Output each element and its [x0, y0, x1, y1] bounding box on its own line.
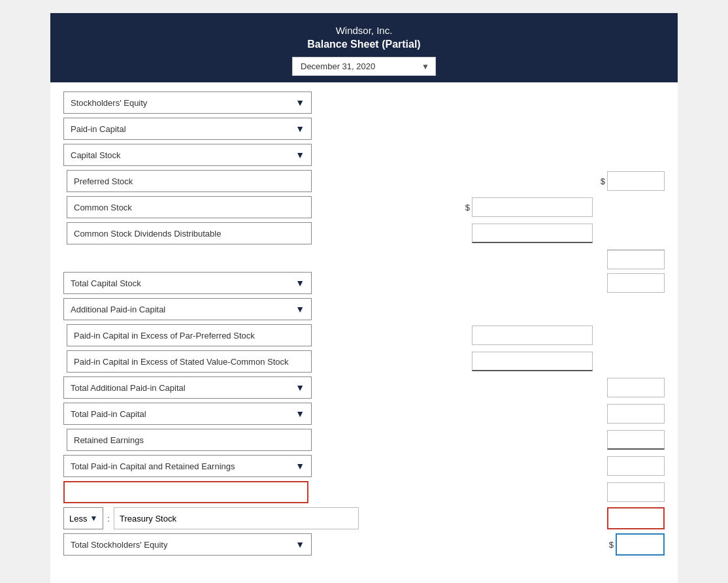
chevron-down-icon: ▼ — [295, 278, 305, 288]
chevron-down-icon: ▼ — [295, 124, 305, 134]
row-preferred-stock: Preferred Stock $ — [63, 170, 665, 192]
row-capital-stock: Capital Stock ▼ — [63, 144, 665, 166]
row-paid-in-capital: Paid-in Capital ▼ — [63, 118, 665, 140]
common-stock-dividends-label: Common Stock Dividends Distributable — [67, 222, 312, 244]
total-additional-paid-in-capital-dropdown[interactable]: Total Additional Paid-in Capital ▼ — [63, 376, 312, 399]
paid-in-capital-preferred-input[interactable] — [472, 325, 593, 345]
row-blank-input — [63, 481, 665, 503]
header: Windsor, Inc. Balance Sheet (Partial) De… — [50, 13, 678, 82]
content: Stockholders' Equity ▼ Paid-in Capital ▼ — [50, 82, 678, 573]
less-dropdown[interactable]: Less ▼ — [63, 507, 103, 529]
company-name: Windsor, Inc. — [63, 25, 665, 36]
total-paid-in-capital-input[interactable] — [607, 404, 665, 424]
row-treasury-stock: Less ▼ : — [63, 507, 665, 529]
treasury-stock-input[interactable] — [114, 507, 359, 529]
currency-symbol: $ — [609, 540, 614, 550]
total-stockholders-equity-input[interactable] — [616, 533, 665, 556]
preferred-stock-input[interactable] — [607, 171, 665, 191]
row-capital-stock-subtotal-blank — [63, 248, 665, 271]
stockholders-equity-dropdown[interactable]: Stockholders' Equity ▼ — [63, 92, 312, 114]
capital-stock-dropdown[interactable]: Capital Stock ▼ — [63, 144, 312, 166]
row-total-capital-stock: Total Capital Stock ▼ — [63, 272, 665, 294]
row-total-paid-in-capital: Total Paid-in Capital ▼ — [63, 403, 665, 425]
treasury-stock-value-input[interactable] — [607, 507, 665, 529]
chevron-down-icon: ▼ — [295, 382, 305, 393]
row-common-stock-dividends: Common Stock Dividends Distributable — [63, 222, 665, 244]
total-paid-in-capital-dropdown[interactable]: Total Paid-in Capital ▼ — [63, 403, 312, 425]
total-capital-stock-input[interactable] — [607, 273, 665, 293]
row-paid-in-capital-common: Paid-in Capital in Excess of Stated Valu… — [63, 350, 665, 373]
card: Windsor, Inc. Balance Sheet (Partial) De… — [50, 13, 678, 583]
preferred-stock-label: Preferred Stock — [67, 170, 312, 192]
retained-earnings-input[interactable] — [607, 430, 665, 450]
currency-symbol: $ — [601, 176, 605, 186]
paid-in-capital-dropdown[interactable]: Paid-in Capital ▼ — [63, 118, 312, 140]
paid-in-capital-common-input[interactable] — [472, 352, 593, 371]
colon-separator: : — [107, 514, 110, 524]
row-common-stock: Common Stock $ — [63, 196, 665, 218]
total-additional-paid-in-capital-input[interactable] — [607, 378, 665, 397]
blank-value-input[interactable] — [607, 482, 665, 502]
additional-paid-in-capital-dropdown[interactable]: Additional Paid-in Capital ▼ — [63, 298, 312, 320]
common-stock-input[interactable] — [472, 197, 593, 217]
chevron-down-icon: ▼ — [295, 461, 305, 471]
row-total-stockholders-equity: Total Stockholders' Equity ▼ $ — [63, 533, 665, 556]
chevron-down-icon: ▼ — [295, 97, 305, 108]
paid-in-capital-preferred-label: Paid-in Capital in Excess of Par-Preferr… — [67, 324, 312, 346]
total-paid-in-and-retained-input[interactable] — [607, 456, 665, 476]
total-stockholders-equity-dropdown[interactable]: Total Stockholders' Equity ▼ — [63, 533, 312, 556]
chevron-down-icon: ▼ — [295, 539, 305, 550]
row-paid-in-capital-preferred: Paid-in Capital in Excess of Par-Preferr… — [63, 324, 665, 346]
row-total-paid-in-and-retained: Total Paid-in Capital and Retained Earni… — [63, 455, 665, 477]
date-select[interactable]: December 31, 2020 December 31, 2019 Dece… — [292, 57, 436, 76]
currency-symbol: $ — [465, 203, 470, 212]
chevron-down-icon: ▼ — [295, 408, 305, 419]
common-stock-label: Common Stock — [67, 196, 312, 218]
chevron-down-icon: ▼ — [295, 304, 305, 314]
blank-label-input[interactable] — [63, 481, 308, 503]
chevron-down-icon: ▼ — [295, 150, 305, 160]
row-total-additional-paid-in-capital: Total Additional Paid-in Capital ▼ — [63, 376, 665, 399]
paid-in-capital-common-label: Paid-in Capital in Excess of Stated Valu… — [67, 350, 312, 373]
retained-earnings-label: Retained Earnings — [67, 429, 312, 451]
row-stockholders-equity: Stockholders' Equity ▼ — [63, 92, 665, 114]
total-capital-stock-dropdown[interactable]: Total Capital Stock ▼ — [63, 272, 312, 294]
row-retained-earnings: Retained Earnings — [63, 429, 665, 451]
row-additional-paid-in-capital: Additional Paid-in Capital ▼ — [63, 298, 665, 320]
page-container: Windsor, Inc. Balance Sheet (Partial) De… — [7, 7, 721, 583]
common-stock-dividends-input[interactable] — [472, 224, 593, 243]
capital-stock-subtotal-input[interactable] — [607, 250, 665, 269]
total-paid-in-and-retained-dropdown[interactable]: Total Paid-in Capital and Retained Earni… — [63, 455, 312, 477]
chevron-down-icon: ▼ — [90, 514, 97, 523]
date-select-wrapper[interactable]: December 31, 2020 December 31, 2019 Dece… — [292, 57, 436, 76]
balance-sheet-title: Balance Sheet (Partial) — [63, 39, 665, 50]
